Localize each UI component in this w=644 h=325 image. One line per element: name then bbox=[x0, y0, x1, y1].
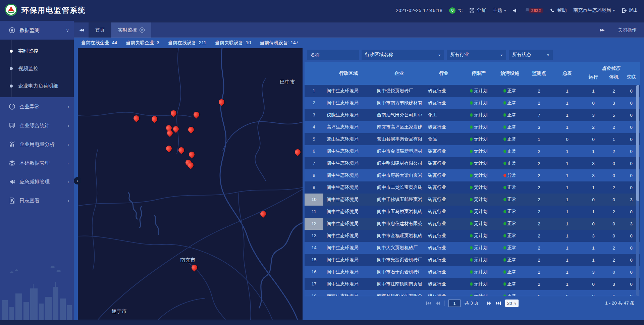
sidebar-item[interactable]: 应急减排管理‹ bbox=[0, 172, 74, 191]
close-operations-button[interactable]: 关闭操作 bbox=[618, 27, 637, 33]
status-text: 正常 bbox=[507, 88, 517, 93]
status-text: 正常 bbox=[507, 221, 517, 226]
table-row[interactable]: 8阆中生态环境局阆中市枣碧大梁山页岩砖瓦行业无计划异常21300 bbox=[305, 169, 640, 181]
status-dot bbox=[503, 210, 506, 213]
sidebar-subitem[interactable]: 企业电力负荷明细 bbox=[0, 77, 74, 95]
theme-dropdown[interactable]: 主题 ▾ bbox=[493, 7, 506, 13]
status-metric: 当前停机设备: 147 bbox=[260, 40, 298, 46]
table-cell: 1 bbox=[553, 270, 582, 275]
table-row[interactable]: 4高坪生态环境局南充市高坪区王家店建砖瓦行业无计划正常31220 bbox=[305, 121, 640, 133]
table-cell: 0 bbox=[582, 221, 605, 226]
sidebar-submenu: 实时监控视频监控企业电力负荷明细 bbox=[0, 40, 74, 97]
table-row[interactable]: 9阆中生态环境局阆中市二龙长宝页岩砖砖瓦行业无计划正常21120 bbox=[305, 181, 640, 194]
table-cell: 12 bbox=[305, 218, 323, 230]
sidebar-item[interactable]: 企业异常‹ bbox=[0, 97, 74, 116]
status-text: 正常 bbox=[507, 197, 517, 202]
table-row[interactable]: 13阆中生态环境局阆中市金福旺页岩机砖砖瓦行业无计划正常21300 bbox=[305, 230, 640, 242]
table-cell: 砖瓦行业 bbox=[425, 197, 463, 203]
tab[interactable]: 实时监控✕ bbox=[111, 22, 151, 38]
divider bbox=[483, 301, 483, 306]
table-cell: 0 bbox=[582, 101, 605, 106]
table-cell: 1 bbox=[582, 209, 605, 214]
sidebar-item[interactable]: 数据监测∨ bbox=[0, 21, 74, 40]
table-cell: 1 bbox=[553, 258, 582, 263]
industry-filter-select[interactable]: 所有行业 ∨ bbox=[447, 50, 506, 60]
collapse-sidebar-button[interactable]: ‹ bbox=[74, 177, 81, 184]
prev-page-button[interactable] bbox=[435, 301, 440, 305]
sidebar-item[interactable]: 企业综合统计‹ bbox=[0, 116, 74, 135]
table-row[interactable]: 16阆中生态环境局阆中市石子页岩机砖厂砖瓦行业无计划正常21300 bbox=[305, 266, 640, 278]
sidebar-subitem-label: 视频监控 bbox=[18, 65, 38, 72]
table-cell: 1 bbox=[582, 246, 605, 251]
sidebar-item[interactable]: 日志查看‹ bbox=[0, 191, 74, 210]
region-filter-select[interactable]: 行政区域名称 ∨ bbox=[362, 50, 444, 60]
table-cell: 17 bbox=[305, 278, 323, 290]
table-cell: 阆中明阳建材有限公司 bbox=[374, 160, 425, 166]
table-row[interactable]: 10阆中生态环境局阆中千佛镇五郎垭页岩砖瓦行业无计划正常21003 bbox=[305, 194, 640, 206]
last-page-button[interactable] bbox=[496, 301, 501, 305]
table-cell: 阆中市枣碧大梁山页岩 bbox=[374, 172, 425, 178]
notifications-button[interactable]: 2632 bbox=[525, 7, 544, 14]
status-dot bbox=[503, 270, 506, 274]
status-filter-select[interactable]: 所有状态 ∨ bbox=[509, 50, 553, 60]
table-cell: 1 bbox=[553, 233, 582, 238]
city-skyline-decoration bbox=[0, 263, 74, 320]
table-row[interactable]: 6阆中生态环境局阆中市金博瑞新型墙材砖瓦行业无计划正常21120 bbox=[305, 145, 640, 157]
sidebar-item[interactable]: 企业用电量分析‹ bbox=[0, 135, 74, 154]
table-row[interactable]: 14阆中生态环境局阆中大兴页岩机砖厂砖瓦行业无计划正常21120 bbox=[305, 242, 640, 254]
name-filter-input[interactable] bbox=[307, 50, 359, 60]
tab[interactable]: 首页 bbox=[89, 22, 111, 38]
scroll-tabs-right-button[interactable]: ▶▶ bbox=[594, 28, 609, 32]
chevron-left-icon: ‹ bbox=[68, 142, 69, 147]
status-dot bbox=[503, 101, 506, 105]
bullet-icon bbox=[10, 85, 13, 88]
table-row[interactable]: 15阆中生态环境局阆中市光富页岩机砖厂砖瓦行业无计划正常21120 bbox=[305, 254, 640, 266]
scroll-tabs-left-button[interactable]: ◀◀ bbox=[74, 22, 89, 38]
page-size-select[interactable]: 20 ∨ bbox=[505, 300, 519, 307]
mute-button[interactable] bbox=[513, 8, 518, 13]
fullscreen-button[interactable]: 全屏 bbox=[469, 7, 486, 13]
table-cell: 砖瓦行业 bbox=[425, 269, 463, 275]
org-dropdown[interactable]: 南充市生态环境局 ▾ bbox=[573, 7, 615, 13]
map-canvas[interactable]: 巴中市南充市遂宁市 bbox=[78, 48, 303, 320]
sidebar-item[interactable]: 基础数据管理‹ bbox=[0, 154, 74, 172]
next-page-button[interactable] bbox=[487, 301, 492, 305]
logout-button[interactable]: 退出 bbox=[622, 7, 638, 13]
page-number-input[interactable]: 1 bbox=[448, 300, 461, 307]
table-row[interactable]: 18南部生态环境局南部县砂华水泥有限公建材行业无计划正常60060 bbox=[305, 290, 640, 296]
table-cell: 异常 bbox=[494, 172, 525, 178]
top-header: 环保用电监管系统 2021-02-25 17:46:18 0 ℃ 全屏 主题 ▾ bbox=[0, 0, 644, 21]
chevron-down-icon: ∨ bbox=[547, 53, 549, 57]
table-row[interactable]: 12阆中生态环境局阆中市忠信建材有限公砖瓦行业无计划正常21003 bbox=[305, 218, 640, 230]
logout-icon bbox=[622, 8, 627, 13]
status-text: 无计划 bbox=[474, 245, 488, 250]
table-cell: 6 bbox=[305, 145, 323, 157]
table-scrollbar[interactable] bbox=[636, 85, 639, 296]
column-header-halt: 停机 bbox=[605, 72, 623, 80]
table-row[interactable]: 7阆中生态环境局阆中明阳建材有限公司砖瓦行业无计划正常21300 bbox=[305, 157, 640, 169]
table-cell: 正常 bbox=[494, 124, 525, 130]
table-cell: 正常 bbox=[494, 160, 525, 166]
chevron-down-icon: ∨ bbox=[500, 53, 503, 57]
table-row[interactable]: 17阆中生态环境局阆中市江南镇阆南页岩砖瓦行业无计划正常21030 bbox=[305, 278, 640, 290]
help-button[interactable]: 帮助 bbox=[550, 7, 567, 13]
table-cell: 阆中市金博瑞新型墙材 bbox=[374, 148, 425, 154]
table-row[interactable]: 3仪陇生态环境局西南油气田分公司川中化工无计划正常71350 bbox=[305, 109, 640, 121]
close-icon[interactable]: ✕ bbox=[140, 28, 145, 33]
table-cell: 阆中市石子页岩机砖厂 bbox=[374, 269, 425, 275]
sidebar-subitem[interactable]: 实时监控 bbox=[0, 42, 74, 60]
table-row[interactable]: 2阆中生态环境局阆中市南方节能建材有砖瓦行业无计划正常21030 bbox=[305, 97, 640, 109]
table-cell: 3 bbox=[525, 125, 553, 130]
table-cell: 2 bbox=[605, 246, 623, 251]
first-page-button[interactable] bbox=[426, 301, 431, 305]
table-row[interactable]: 5营山生态环境局营山县润丰肉食品有限食品无计划正常10010 bbox=[305, 133, 640, 145]
scrollbar-thumb[interactable] bbox=[636, 85, 639, 201]
sidebar-subitem[interactable]: 视频监控 bbox=[0, 60, 74, 77]
table-cell: 无计划 bbox=[463, 100, 494, 106]
table-row[interactable]: 1阆中生态环境局阆中强锐页岩砖厂砖瓦行业无计划正常21120 bbox=[305, 85, 640, 97]
table-cell: 3 bbox=[582, 233, 605, 238]
table-row[interactable]: 11阆中生态环境局阆中市五马桥页岩机砖砖瓦行业无计划正常21120 bbox=[305, 206, 640, 218]
sidebar-item-label: 企业异常 bbox=[19, 104, 68, 110]
table-cell: 2 bbox=[525, 258, 553, 263]
table-cell: 0 bbox=[582, 137, 605, 142]
